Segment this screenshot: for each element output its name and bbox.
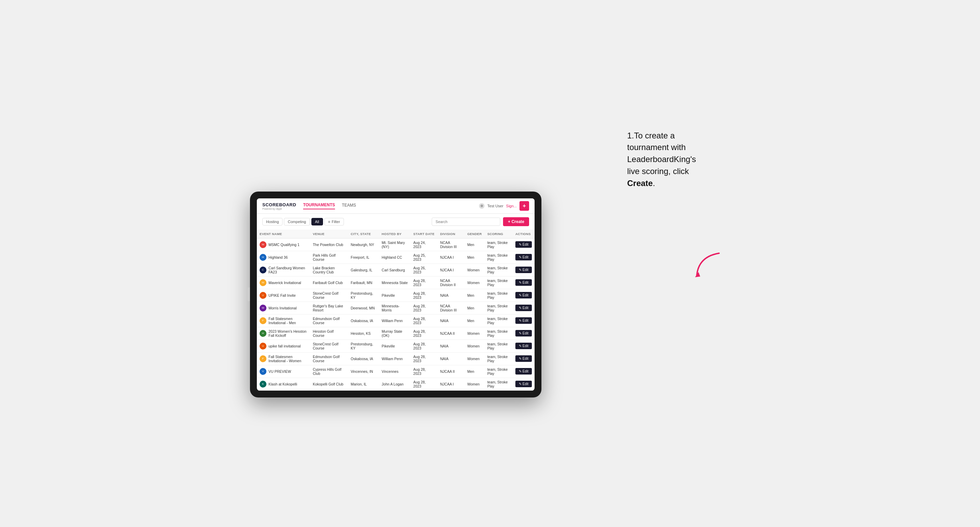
cell-hosted: John A Logan [379, 378, 410, 390]
col-scoring: SCORING [485, 230, 512, 238]
edit-button[interactable]: ✎ Edit [515, 279, 532, 286]
cell-gender: Women [465, 352, 485, 365]
top-nav: SCOREBOARD Powered by clippit TOURNAMENT… [257, 198, 535, 214]
edit-button[interactable]: ✎ Edit [515, 292, 532, 298]
cell-hosted: Minnesota-Morris [379, 302, 410, 314]
svg-marker-0 [695, 272, 700, 277]
cell-hosted: Highland CC [379, 251, 410, 264]
cell-hosted: Pikeville [379, 289, 410, 302]
create-button[interactable]: + Create [503, 217, 529, 226]
logo-sub: Powered by clippit [262, 208, 296, 210]
cell-actions: ✎ Edit [512, 365, 535, 378]
cell-city: Vincennes, IN [348, 365, 379, 378]
cell-city: Galesburg, IL [348, 264, 379, 276]
cell-gender: Women [465, 378, 485, 390]
create-button-top[interactable]: + [520, 201, 529, 211]
cell-city: Marion, IL [348, 378, 379, 390]
team-logo: M [259, 241, 266, 248]
cell-division: NCAA Division III [437, 302, 464, 314]
cell-event-name: F Fall Statesmen Invitational - Men [257, 314, 310, 327]
nav-right: ⚙ Test User Sign... + [479, 201, 529, 211]
table-row: V VU PREVIEW Cypress Hills Golf Club Vin… [257, 365, 535, 378]
sidebar-tab [247, 287, 250, 301]
cell-city: Hesston, KS [348, 327, 379, 340]
competing-filter[interactable]: Competing [284, 218, 310, 225]
cell-hosted: Vincennes [379, 365, 410, 378]
annotation-text: 1.To create a tournament with Leaderboar… [620, 130, 730, 189]
cell-event-name: K Klash at Kokopelli [257, 378, 310, 390]
edit-button[interactable]: ✎ Edit [515, 254, 532, 260]
event-name: Klash at Kokopelli [269, 382, 297, 386]
cell-division: NJCAA II [437, 365, 464, 378]
cell-hosted: Mt. Saint Mary (NY) [379, 238, 410, 251]
cell-venue: Ruttger's Bay Lake Resort [310, 302, 348, 314]
edit-button[interactable]: ✎ Edit [515, 381, 532, 387]
gear-icon[interactable]: ⚙ [479, 203, 485, 209]
cell-date: Aug 24, 2023 [410, 238, 437, 251]
cell-division: NJCAA II [437, 327, 464, 340]
team-logo: V [259, 368, 266, 375]
table-row: F Fall Statesmen Invitational - Women Ed… [257, 352, 535, 365]
edit-button[interactable]: ✎ Edit [515, 241, 532, 248]
cell-event-name: H 2023 Women's Hesston Fall Kickoff [257, 327, 310, 340]
cell-date: Aug 28, 2023 [410, 365, 437, 378]
cell-scoring: team, Stroke Play [485, 238, 512, 251]
event-name: Highland 36 [269, 255, 288, 259]
cell-actions: ✎ Edit [512, 327, 535, 340]
cell-division: NJCAA I [437, 264, 464, 276]
cell-venue: StoneCrest Golf Course [310, 340, 348, 352]
cell-division: NJCAA I [437, 251, 464, 264]
table-row: M Maverick Invitational Faribault Golf C… [257, 276, 535, 289]
nav-links: TOURNAMENTS TEAMS [303, 203, 356, 210]
cell-hosted: William Penn [379, 314, 410, 327]
edit-button[interactable]: ✎ Edit [515, 343, 532, 349]
team-logo: C [259, 267, 266, 273]
cell-city: Prestonsburg, KY [348, 289, 379, 302]
cell-actions: ✎ Edit [512, 289, 535, 302]
cell-gender: Women [465, 327, 485, 340]
cell-venue: Park Hills Golf Course [310, 251, 348, 264]
edit-button[interactable]: ✎ Edit [515, 317, 532, 324]
team-logo: H [259, 254, 266, 261]
cell-hosted: William Penn [379, 352, 410, 365]
cell-division: NAIA [437, 352, 464, 365]
event-name: Morris Invitational [269, 306, 297, 310]
nav-tournaments[interactable]: TOURNAMENTS [303, 203, 335, 210]
search-input[interactable] [432, 217, 500, 226]
cell-gender: Men [465, 314, 485, 327]
event-name: Carl Sandburg Women FA23 [269, 266, 307, 274]
event-name: Fall Statesmen Invitational - Men [269, 317, 307, 325]
filter-icon: ≡ [328, 220, 330, 224]
cell-city: Deerwood, MN [348, 302, 379, 314]
edit-button[interactable]: ✎ Edit [515, 368, 532, 375]
all-filter[interactable]: All [311, 218, 323, 225]
col-division: DIVISION [437, 230, 464, 238]
edit-button[interactable]: ✎ Edit [515, 305, 532, 311]
edit-button[interactable]: ✎ Edit [515, 267, 532, 273]
cell-hosted: Minnesota State [379, 276, 410, 289]
event-name: upike fall invitational [269, 344, 301, 348]
col-city: CITY, STATE [348, 230, 379, 238]
events-table: EVENT NAME VENUE CITY, STATE HOSTED BY S… [257, 230, 535, 390]
cell-division: NCAA Division III [437, 238, 464, 251]
team-logo: F [259, 356, 266, 362]
cell-date: Aug 28, 2023 [410, 289, 437, 302]
edit-button[interactable]: ✎ Edit [515, 330, 532, 337]
table-row: H Highland 36 Park Hills Golf Course Fre… [257, 251, 535, 264]
nav-teams[interactable]: TEAMS [342, 203, 356, 209]
cell-date: Aug 28, 2023 [410, 352, 437, 365]
cell-city: Oskaloosa, IA [348, 352, 379, 365]
table-row: H 2023 Women's Hesston Fall Kickoff Hess… [257, 327, 535, 340]
cell-event-name: U UPIKE Fall Invite [257, 289, 310, 302]
cell-actions: ✎ Edit [512, 314, 535, 327]
cell-city: Prestonsburg, KY [348, 340, 379, 352]
table-row: M MSMC Qualifying 1 The Powelton Club Ne… [257, 238, 535, 251]
cell-event-name: C Carl Sandburg Women FA23 [257, 264, 310, 276]
hosting-filter[interactable]: Hosting [262, 218, 283, 225]
cell-gender: Men [465, 365, 485, 378]
edit-button[interactable]: ✎ Edit [515, 356, 532, 362]
cell-date: Aug 28, 2023 [410, 302, 437, 314]
cell-scoring: team, Stroke Play [485, 378, 512, 390]
filter-button[interactable]: ≡ Filter [325, 218, 344, 225]
sign-out-link[interactable]: Sign... [506, 204, 517, 208]
